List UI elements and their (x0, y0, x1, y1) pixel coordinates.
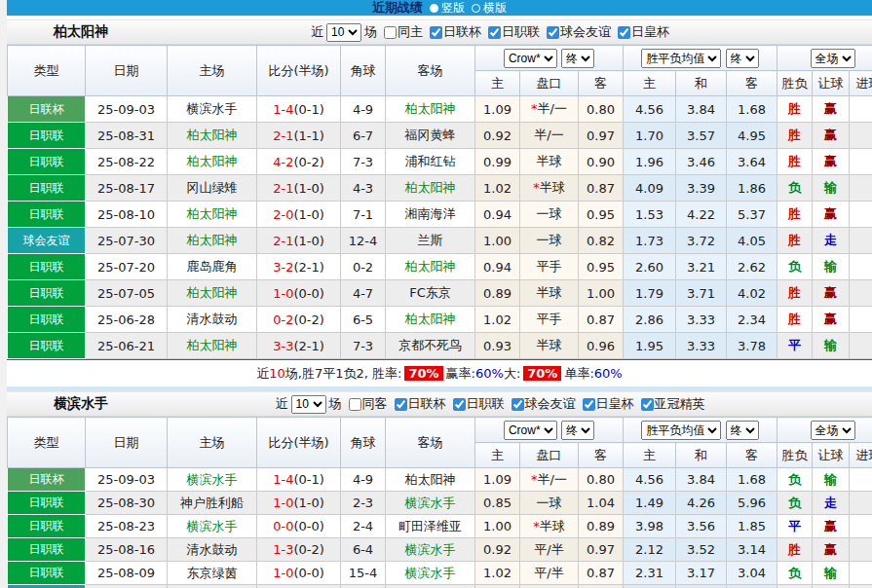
league-checkbox-2[interactable] (512, 398, 524, 411)
league-checkbox-wrap-3[interactable]: 日皇杯 (579, 395, 634, 413)
section-away-team: 横滨水手 近10场同客日联杯日职联球会友谊日皇杯亚冠精英 类型日期主场比分(半场… (7, 391, 872, 588)
result-col-2: 进球 (850, 71, 872, 96)
cell-handicap-result: 输 (813, 468, 850, 492)
cell-goals (850, 468, 872, 492)
cell-away-team: 柏太阳神 (386, 254, 475, 280)
cell-date: 25-09-03 (86, 468, 168, 492)
score-fulltime: 1-4 (273, 472, 293, 487)
cell-handicap: 半/一 (520, 123, 579, 149)
cell-odds-away: 0.87 (579, 307, 624, 333)
cell-corners: 6-5 (341, 307, 386, 333)
cell-date: 25-07-20 (86, 254, 168, 280)
recent-results-bar: 近期战绩 竖版 横版 (7, 0, 872, 16)
recent-count-select[interactable]: 10 (291, 395, 326, 414)
cell-score: 2-0(1-0) (257, 202, 341, 228)
cell-result: 胜 (777, 202, 813, 228)
recent-count-select[interactable]: 10 (326, 23, 361, 42)
score-fulltime: 2-1 (273, 234, 293, 248)
odds-source-select[interactable]: Crow* (504, 49, 557, 68)
match-row: 球会友谊25-07-30柏太阳神2-1(1-0)12-4兰斯1.00一球0.82… (8, 228, 872, 254)
cell-score: 1-0(0-0) (257, 280, 341, 307)
league-checkbox-0[interactable] (430, 26, 442, 39)
league-checkbox-3[interactable] (583, 398, 595, 411)
cell-home-team: 柏太阳神 (168, 202, 257, 228)
cell-goals (850, 515, 872, 538)
cell-away-team: 柏太阳神 (386, 468, 475, 492)
summary-text: 赢率: (446, 365, 475, 383)
cell-avg-1: 3.57 (676, 123, 727, 149)
league-checkbox-1[interactable] (488, 26, 501, 39)
cell-goals (850, 307, 872, 333)
cell-score: 0-2(0-2) (257, 307, 341, 333)
score-halftime: (1-1) (293, 129, 323, 143)
layout-radio-vertical[interactable]: 竖版 (430, 0, 465, 17)
league-checkbox-wrap-1[interactable]: 日职联 (484, 23, 540, 41)
cell-avg-1: 4.26 (676, 492, 727, 515)
cell-avg-2: 5.96 (727, 492, 777, 515)
cell-result: 胜 (777, 96, 813, 123)
radio-selected-icon[interactable] (430, 4, 438, 13)
result-col-0: 胜负 (777, 443, 813, 468)
avg-select[interactable]: 胜平负均值 (641, 49, 721, 68)
league-label-3: 日皇杯 (596, 395, 634, 413)
cell-match-type: 日职联 (8, 202, 86, 228)
cell-avg-2: 1.86 (727, 175, 777, 202)
same-venue-checkbox-wrap[interactable]: 同客 (345, 395, 388, 413)
scope-select[interactable]: 全场 (811, 49, 855, 68)
odds-time-select[interactable]: 终 (561, 421, 594, 440)
col-1: 日期 (86, 46, 168, 96)
cell-avg-1: 3.52 (676, 538, 727, 562)
league-label-2: 球会友谊 (560, 23, 611, 41)
score-fulltime: 2-1 (273, 129, 293, 143)
cell-handicap-result: 输 (813, 333, 850, 359)
cell-match-type: 日职联 (8, 492, 86, 515)
league-checkbox-wrap-0[interactable]: 日联杯 (426, 23, 481, 41)
cell-home-team: 横滨水手 (168, 468, 257, 492)
league-checkbox-wrap-0[interactable]: 日联杯 (391, 395, 446, 413)
league-checkbox-wrap-2[interactable]: 球会友谊 (508, 395, 576, 413)
league-checkbox-wrap-4[interactable]: 亚冠精英 (637, 395, 705, 413)
same-venue-checkbox[interactable] (349, 398, 361, 411)
team-name: 柏太阳神 (54, 23, 108, 41)
matches-table-wrap: 类型日期主场比分(半场)角球客场Crow* 终胜平负均值 终全场主盘口客主和客胜… (7, 45, 872, 359)
league-checkbox-4[interactable] (641, 398, 654, 411)
score-halftime: (2-1) (293, 339, 323, 353)
league-checkbox-wrap-1[interactable]: 日职联 (449, 395, 505, 413)
cell-goals (850, 333, 872, 359)
league-label-0: 日联杯 (443, 23, 481, 41)
cell-result: 负 (777, 562, 813, 585)
odds-source-select[interactable]: Crow* (504, 421, 557, 440)
league-label-2: 球会友谊 (525, 395, 576, 413)
match-row: 日职联25-08-17冈山绿雉2-1(1-0)4-3柏太阳神1.02*半球0.8… (8, 175, 872, 202)
cell-handicap-result (813, 585, 850, 588)
odds-time-select[interactable]: 终 (561, 49, 594, 68)
avg-time-select[interactable]: 终 (726, 49, 759, 68)
league-label-3: 日皇杯 (631, 23, 669, 41)
cell-avg-0: 1.53 (624, 202, 676, 228)
score-fulltime: 3-3 (273, 339, 293, 353)
league-checkbox-2[interactable] (547, 26, 559, 39)
cell-handicap: 一球 (520, 228, 579, 254)
league-checkbox-1[interactable] (453, 398, 466, 411)
cell-handicap: *半球 (520, 515, 579, 538)
same-venue-checkbox[interactable] (384, 26, 397, 39)
scope-select[interactable]: 全场 (811, 421, 855, 440)
col-5: 客场 (386, 418, 475, 468)
league-checkbox-0[interactable] (395, 398, 407, 411)
cell-date: 25-08-17 (86, 175, 168, 202)
avg-col-0: 主 (624, 71, 676, 96)
avg-time-select[interactable]: 终 (726, 421, 759, 440)
radio-unselected-icon[interactable] (472, 4, 480, 13)
handicap-star: * (533, 519, 540, 533)
league-checkbox-wrap-2[interactable]: 球会友谊 (543, 23, 611, 41)
cell-match-type: 日联杯 (8, 468, 86, 492)
cell-home-team: 清水鼓动 (168, 307, 257, 333)
league-checkbox-3[interactable] (618, 26, 630, 39)
cell-date: 25-08-23 (86, 515, 168, 538)
cell-handicap-result: 输 (813, 254, 850, 280)
same-venue-checkbox-wrap[interactable]: 同主 (380, 23, 423, 41)
cell-odds-away: 0.87 (579, 562, 624, 585)
league-checkbox-wrap-3[interactable]: 日皇杯 (614, 23, 669, 41)
layout-radio-horizontal[interactable]: 横版 (472, 0, 507, 17)
avg-select[interactable]: 胜平负均值 (641, 421, 721, 440)
